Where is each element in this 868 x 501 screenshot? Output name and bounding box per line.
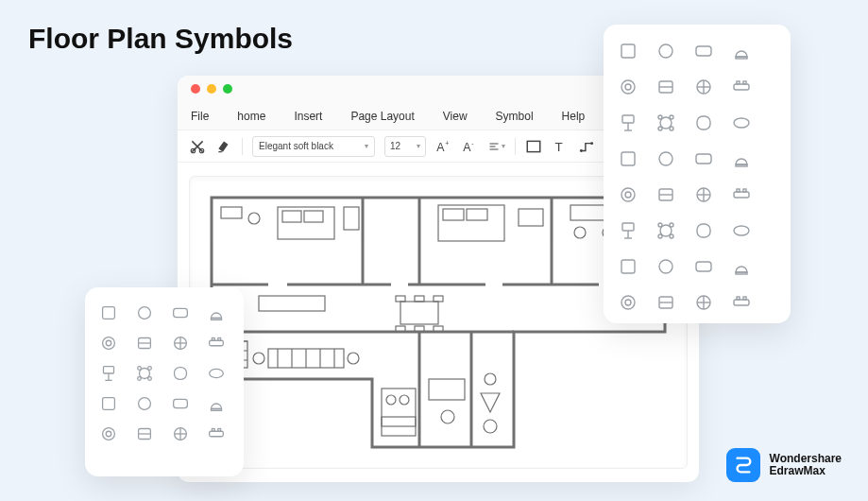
symbol-module-d[interactable] — [206, 423, 227, 444]
increase-font-button[interactable]: A+ — [435, 138, 452, 155]
menu-home[interactable]: home — [237, 110, 265, 123]
rectangle-tool[interactable] — [525, 138, 542, 155]
symbol-table-petal[interactable] — [730, 291, 753, 314]
symbol-shape-rounded[interactable] — [617, 219, 639, 242]
symbol-stool[interactable] — [617, 112, 639, 134]
menu-page-layout[interactable]: Page Layout — [350, 110, 414, 123]
svg-point-128 — [148, 377, 152, 381]
symbol-chair-pad[interactable] — [692, 112, 715, 134]
symbol-table-spoke[interactable] — [730, 183, 753, 206]
svg-rect-32 — [415, 296, 424, 302]
symbol-shape-oblong[interactable] — [730, 219, 753, 242]
symbol-table-round-4[interactable] — [617, 183, 639, 206]
symbol-table-many[interactable] — [730, 255, 753, 278]
svg-point-70 — [659, 152, 672, 165]
symbol-seating-b[interactable] — [134, 393, 155, 414]
symbol-seating-c[interactable] — [170, 393, 191, 414]
symbol-chair-dome[interactable] — [692, 76, 715, 98]
svg-point-44 — [484, 420, 497, 433]
font-size-select[interactable]: 12 ▾ — [384, 136, 426, 157]
svg-point-92 — [734, 226, 749, 235]
symbol-desk-double[interactable] — [692, 147, 715, 170]
symbol-conference[interactable] — [170, 363, 191, 384]
cut-button[interactable] — [189, 138, 206, 155]
symbol-ottoman[interactable] — [655, 255, 677, 278]
symbol-seating-d[interactable] — [206, 393, 227, 414]
symbol-table-round-6[interactable] — [655, 183, 677, 206]
symbol-module-a[interactable] — [98, 423, 119, 444]
symbol-table-group[interactable] — [206, 302, 227, 323]
symbol-table-round[interactable] — [206, 363, 227, 384]
svg-rect-48 — [736, 57, 747, 59]
svg-point-90 — [670, 234, 673, 238]
font-select[interactable]: Elegant soft black ▾ — [252, 136, 375, 157]
symbol-table-star[interactable] — [692, 183, 715, 206]
menu-file[interactable]: File — [191, 110, 209, 123]
symbol-cluster[interactable] — [134, 333, 155, 354]
symbol-chair-side[interactable] — [655, 112, 677, 134]
symbol-table-6[interactable] — [98, 333, 119, 354]
connector-tool[interactable] — [578, 138, 595, 155]
svg-point-74 — [625, 192, 631, 198]
svg-point-39 — [400, 395, 409, 405]
symbol-cluster-alt[interactable] — [170, 333, 191, 354]
symbol-chairs-pair[interactable] — [134, 302, 155, 323]
symbol-chair-back[interactable] — [655, 40, 677, 62]
svg-point-9 — [590, 142, 593, 145]
svg-rect-16 — [438, 205, 504, 241]
symbol-table-ring[interactable] — [617, 255, 639, 278]
maximize-icon[interactable] — [223, 84, 232, 94]
svg-point-68 — [734, 118, 749, 128]
minimize-icon[interactable] — [207, 84, 216, 94]
separator-icon — [515, 138, 516, 155]
text-tool[interactable]: T — [552, 138, 569, 155]
symbol-chair-u[interactable] — [655, 76, 677, 98]
svg-rect-57 — [737, 81, 740, 84]
menu-insert[interactable]: Insert — [294, 110, 322, 123]
svg-rect-105 — [737, 297, 740, 300]
chevron-down-icon: ▾ — [365, 142, 368, 150]
svg-point-108 — [139, 307, 151, 320]
symbol-chair-round[interactable] — [692, 40, 715, 62]
symbol-chair-box[interactable] — [730, 76, 753, 98]
svg-rect-41 — [429, 379, 465, 400]
symbol-shape-square[interactable] — [692, 219, 715, 242]
symbol-sofa-small[interactable] — [730, 112, 753, 134]
symbol-armchair[interactable] — [730, 40, 753, 62]
symbol-chair-circle[interactable] — [617, 76, 639, 98]
symbol-table-long[interactable] — [134, 363, 155, 384]
svg-rect-30 — [400, 302, 438, 324]
menu-view[interactable]: View — [443, 110, 468, 123]
svg-text:A: A — [436, 140, 445, 153]
symbol-stool-pair[interactable] — [692, 291, 715, 314]
symbol-table-8[interactable] — [206, 333, 227, 354]
symbol-module-c[interactable] — [170, 423, 191, 444]
symbol-bench[interactable] — [655, 291, 677, 314]
brand-line2: EdrawMax — [770, 465, 842, 477]
symbol-stool-4[interactable] — [617, 291, 639, 314]
svg-point-87 — [658, 223, 662, 227]
symbol-seating-a[interactable] — [98, 393, 119, 414]
symbol-shape-circle[interactable] — [655, 219, 677, 242]
svg-point-29 — [348, 353, 359, 364]
svg-rect-71 — [696, 154, 711, 164]
symbol-desk-lamp[interactable] — [655, 147, 677, 170]
symbol-desk-triple[interactable] — [730, 147, 753, 170]
menu-help[interactable]: Help — [562, 110, 586, 123]
svg-point-94 — [659, 260, 672, 273]
svg-text:-: - — [471, 139, 473, 146]
symbol-cushion[interactable] — [692, 255, 715, 278]
menu-symbol[interactable]: Symbol — [496, 110, 534, 123]
align-button[interactable]: ▾ — [488, 138, 505, 155]
decrease-font-button[interactable]: A- — [462, 138, 479, 155]
close-icon[interactable] — [191, 84, 200, 94]
symbol-table-4[interactable] — [170, 302, 191, 323]
svg-text:T: T — [554, 139, 562, 153]
symbol-corner-desk[interactable] — [98, 302, 119, 323]
symbol-chair-square[interactable] — [617, 40, 639, 62]
symbol-cluster-square[interactable] — [98, 363, 119, 384]
symbol-module-b[interactable] — [134, 423, 155, 444]
format-painter-button[interactable] — [215, 138, 232, 155]
svg-point-64 — [670, 115, 673, 119]
symbol-desk-monitor[interactable] — [617, 147, 639, 170]
